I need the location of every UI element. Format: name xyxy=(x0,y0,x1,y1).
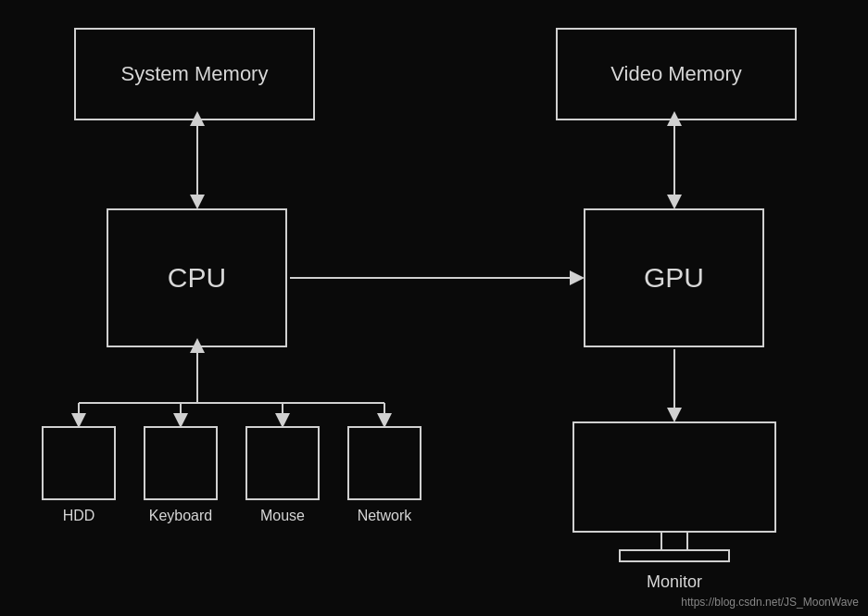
video-memory-label: Video Memory xyxy=(610,62,741,86)
network-label: Network xyxy=(338,508,431,524)
hdd-box xyxy=(42,426,116,500)
keyboard-label: Keyboard xyxy=(134,508,227,524)
gpu-label: GPU xyxy=(644,262,704,294)
video-memory-box: Video Memory xyxy=(556,28,797,120)
keyboard-box xyxy=(144,426,218,500)
cpu-box: CPU xyxy=(107,208,287,347)
gpu-box: GPU xyxy=(584,208,764,347)
watermark: https://blog.csdn.net/JS_MoonWave xyxy=(681,596,859,609)
hdd-label: HDD xyxy=(42,508,116,524)
monitor-base xyxy=(619,549,730,562)
mouse-label: Mouse xyxy=(245,508,320,524)
system-memory-label: System Memory xyxy=(121,62,269,86)
monitor-neck xyxy=(660,533,688,551)
network-box xyxy=(347,426,421,500)
monitor-label: Monitor xyxy=(572,572,776,592)
cpu-label: CPU xyxy=(168,262,226,294)
mouse-box xyxy=(245,426,320,500)
system-memory-box: System Memory xyxy=(74,28,315,120)
monitor-shape xyxy=(572,421,776,565)
diagram-container: System Memory Video Memory CPU GPU HDD K… xyxy=(0,0,868,616)
monitor-screen xyxy=(572,421,776,533)
